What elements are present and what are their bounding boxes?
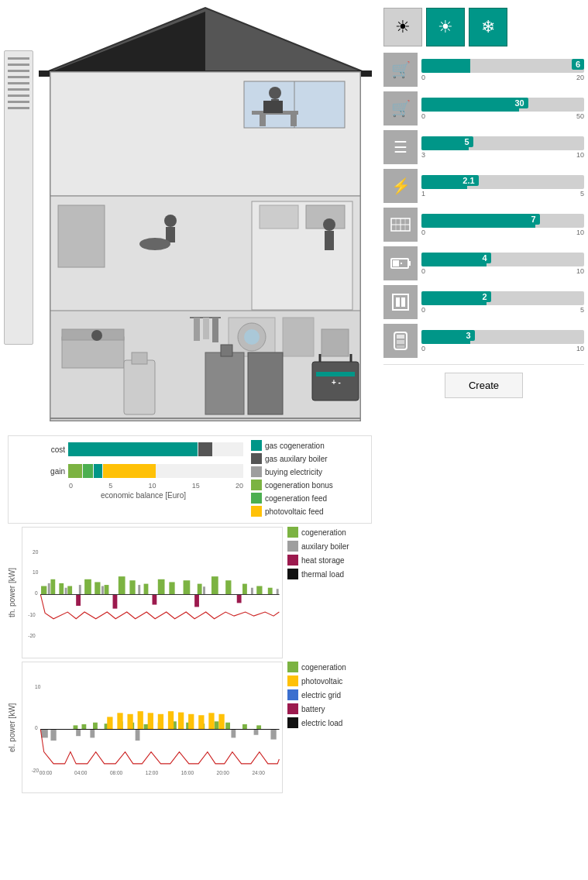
slider-row-8: 3 0 10 <box>383 324 584 358</box>
slider-6-max: 10 <box>576 267 584 275</box>
mode-sun-btn[interactable]: ☀ <box>426 8 465 46</box>
svg-rect-76 <box>79 585 81 594</box>
x-label-5: 5 <box>108 482 112 490</box>
svg-rect-125 <box>254 729 259 734</box>
svg-text:24:00: 24:00 <box>252 770 265 775</box>
legend-gas-cogen: gas cogeneration <box>251 440 367 451</box>
svg-text:-10: -10 <box>28 612 36 617</box>
scrollbar[interactable] <box>4 50 33 345</box>
svg-text:0: 0 <box>35 590 38 596</box>
x-label-0: 0 <box>69 482 73 490</box>
legend-cogen-bonus: cogeneration bonus <box>251 480 367 490</box>
svg-rect-119 <box>41 729 48 737</box>
svg-rect-85 <box>194 594 199 607</box>
slider-4-max: 5 <box>580 190 584 198</box>
svg-rect-23 <box>58 205 105 267</box>
svg-rect-69 <box>211 576 218 594</box>
svg-rect-42 <box>221 345 232 356</box>
el-power-label: el. power [kW] <box>8 662 22 793</box>
svg-rect-62 <box>119 576 126 594</box>
svg-rect-120 <box>50 729 56 741</box>
svg-rect-124 <box>231 729 236 737</box>
svg-rect-81 <box>277 589 279 594</box>
slider-1-value: 6 <box>572 59 584 70</box>
svg-rect-70 <box>225 580 231 594</box>
svg-rect-79 <box>203 586 205 594</box>
slider-8-min: 0 <box>421 345 425 352</box>
x-label-15: 15 <box>192 482 200 490</box>
slider-3-value: 5 <box>460 136 473 147</box>
controls-panel: ☀ ☀ ❄ 🛒 6 0 20 🛒 <box>380 0 588 800</box>
svg-rect-84 <box>153 594 157 604</box>
slider-row-6: 4 0 10 <box>383 246 584 280</box>
mode-cold-btn[interactable]: ❄ <box>469 8 507 46</box>
svg-rect-74 <box>48 583 50 595</box>
slider-5-value: 7 <box>528 214 540 225</box>
svg-rect-60 <box>95 582 100 594</box>
slider-row-7: 2 0 5 <box>383 285 584 319</box>
svg-rect-116 <box>198 715 204 729</box>
svg-rect-122 <box>90 729 95 737</box>
svg-text:00:00: 00:00 <box>40 770 53 775</box>
mode-buttons: ☀ ☀ ❄ <box>383 8 584 46</box>
svg-rect-117 <box>208 713 214 729</box>
slider-2-max: 50 <box>576 112 584 120</box>
svg-rect-68 <box>198 584 202 595</box>
svg-rect-56 <box>50 579 55 595</box>
svg-rect-12 <box>263 101 283 113</box>
svg-text:20:00: 20:00 <box>217 770 230 775</box>
divider <box>383 364 584 365</box>
svg-text:+ -: + - <box>332 378 341 387</box>
svg-rect-43 <box>248 352 283 414</box>
svg-rect-121 <box>76 729 81 736</box>
slider-8-max: 10 <box>576 345 584 352</box>
svg-rect-30 <box>322 329 349 356</box>
legend-cogen-feed: cogeneration feed <box>251 493 367 504</box>
svg-rect-80 <box>251 588 253 595</box>
slider-row-5: 7 0 10 <box>383 208 584 242</box>
svg-rect-105 <box>242 724 247 730</box>
svg-point-28 <box>244 329 260 345</box>
cost-label: cost <box>43 445 65 454</box>
create-button[interactable]: Create <box>445 373 523 398</box>
svg-rect-73 <box>268 588 273 595</box>
slider-row-3: ☰ 5 3 10 <box>383 130 584 164</box>
svg-text:12:00: 12:00 <box>146 770 159 775</box>
svg-rect-150 <box>397 340 404 344</box>
svg-rect-21 <box>166 227 175 242</box>
x-label-10: 10 <box>148 482 156 490</box>
slider-row-4: ⚡ 2.1 1 5 <box>383 169 584 203</box>
el-legend: cogeneration photovoltaic electric grid … <box>283 662 372 793</box>
slider-3-min: 3 <box>421 151 425 159</box>
svg-rect-72 <box>256 586 262 595</box>
svg-rect-31 <box>62 337 124 368</box>
svg-rect-93 <box>81 724 86 730</box>
slider-1-max: 20 <box>576 74 584 81</box>
legend-gas-boiler: gas auxilary boiler <box>251 453 367 464</box>
svg-rect-113 <box>168 711 174 729</box>
slider-6-min: 0 <box>421 267 425 275</box>
svg-point-33 <box>91 330 102 341</box>
house-svg: + - <box>35 4 376 430</box>
gain-label: gain <box>43 467 65 476</box>
slider-3-max: 10 <box>576 151 584 159</box>
cogenerator-icon <box>383 285 418 319</box>
svg-rect-29 <box>283 318 314 356</box>
svg-rect-63 <box>129 580 135 594</box>
legend-buying-elec: buying electricity <box>251 466 367 477</box>
svg-point-22 <box>139 238 170 250</box>
svg-rect-10 <box>260 115 266 126</box>
svg-text:-20: -20 <box>32 768 40 773</box>
econ-chart-title: economic balance [Euro] <box>43 491 243 500</box>
solar-panel-icon <box>383 208 418 242</box>
mode-warm-btn[interactable]: ☀ <box>383 8 422 46</box>
svg-rect-77 <box>101 586 104 595</box>
svg-rect-110 <box>138 711 143 729</box>
svg-text:10: 10 <box>33 569 39 575</box>
svg-rect-40 <box>132 352 147 364</box>
slider-5-min: 0 <box>421 229 425 236</box>
svg-rect-151 <box>397 345 404 348</box>
svg-rect-111 <box>148 713 153 729</box>
svg-rect-55 <box>41 586 46 595</box>
gain-bar-2 <box>83 464 94 478</box>
